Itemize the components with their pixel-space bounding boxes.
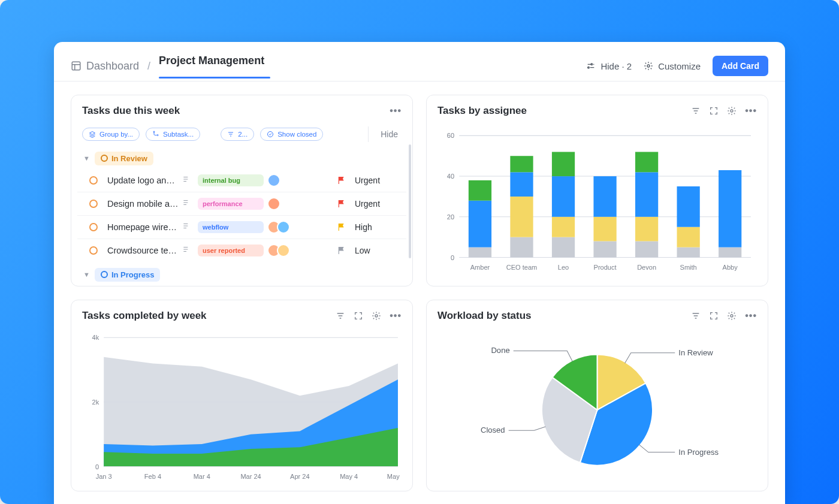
chip-show-closed[interactable]: Show closed: [260, 128, 323, 141]
card-title: Tasks by assignee: [437, 105, 527, 117]
gear-icon[interactable]: [727, 311, 737, 321]
expand-icon[interactable]: [709, 106, 719, 116]
avatar-stack: [267, 244, 294, 257]
scrollbar[interactable]: [409, 144, 411, 258]
svg-rect-22: [510, 172, 533, 197]
more-icon[interactable]: •••: [390, 105, 402, 116]
svg-rect-27: [552, 176, 575, 217]
priority-label: Low: [355, 246, 403, 255]
card-title: Tasks completed by week: [82, 310, 207, 322]
layers-icon: [89, 131, 96, 138]
svg-rect-28: [552, 152, 575, 176]
svg-rect-34: [635, 241, 658, 257]
svg-rect-35: [635, 217, 658, 242]
chip-subtasks[interactable]: Subtask...: [146, 128, 200, 141]
svg-rect-43: [719, 248, 741, 258]
hide-link[interactable]: Hide: [368, 126, 402, 142]
caret-down-icon[interactable]: ▼: [83, 271, 90, 278]
priority-label: Urgent: [355, 199, 403, 209]
task-row[interactable]: Update logo and ...internal bugUrgent: [77, 169, 406, 192]
task-name: Crowdsource tem...: [107, 246, 179, 255]
svg-text:Feb 4: Feb 4: [144, 473, 161, 480]
sliders-icon: [586, 61, 596, 71]
task-list: ▼ In Review Update logo and ...internal …: [71, 144, 412, 285]
task-row[interactable]: Crowdsource tem...user reportedLow: [77, 239, 406, 262]
gear-icon[interactable]: [372, 311, 381, 321]
svg-text:May 15: May 15: [387, 473, 402, 480]
gear-icon[interactable]: [727, 106, 737, 116]
tag-badge: internal bug: [198, 174, 264, 186]
status-circle-icon: [89, 200, 98, 208]
area-chart: 02k4kJan 3Feb 4Mar 4Mar 24Apr 24May 4May…: [82, 329, 402, 485]
avatar-stack: [267, 174, 294, 187]
chip-bar: Group by... Subtask... 2... Show closed …: [71, 122, 412, 144]
avatar-stack: [267, 197, 294, 210]
more-icon[interactable]: •••: [390, 310, 402, 321]
tag-icon: [182, 245, 194, 255]
svg-text:20: 20: [447, 213, 454, 221]
svg-point-61: [731, 315, 733, 317]
pie-label: Done: [491, 346, 509, 355]
group-in-review[interactable]: ▼ In Review: [77, 148, 406, 169]
svg-text:4k: 4k: [92, 334, 99, 341]
expand-icon[interactable]: [709, 311, 719, 321]
flag-icon: [337, 176, 346, 185]
flag-icon: [337, 222, 346, 232]
breadcrumb-current[interactable]: Project Management: [159, 55, 264, 78]
svg-point-5: [157, 134, 158, 135]
more-icon[interactable]: •••: [745, 105, 757, 116]
hide-button[interactable]: Hide · 2: [586, 61, 632, 71]
svg-text:2k: 2k: [92, 399, 99, 406]
task-name: Homepage wirefr...: [107, 222, 179, 232]
svg-point-46: [375, 315, 378, 317]
svg-text:Mar 4: Mar 4: [194, 473, 210, 480]
gear-icon: [644, 61, 653, 71]
filter-icon[interactable]: [691, 311, 701, 321]
pie-label: Closed: [481, 425, 505, 434]
tag-badge: webflow: [198, 221, 264, 233]
svg-rect-23: [510, 156, 533, 172]
status-circle-icon: [89, 223, 98, 231]
chip-label: Show closed: [277, 131, 316, 138]
filter-icon[interactable]: [336, 311, 345, 321]
tag-badge: user reported: [198, 245, 264, 256]
svg-point-1: [591, 64, 593, 65]
breadcrumb-sep: /: [147, 60, 150, 73]
svg-text:60: 60: [447, 132, 454, 139]
svg-rect-44: [719, 170, 741, 248]
filter-icon[interactable]: [691, 106, 701, 116]
avatar-stack: [267, 221, 294, 234]
svg-text:Amber: Amber: [470, 264, 490, 271]
svg-text:Smith: Smith: [680, 264, 697, 271]
task-name: Update logo and ...: [107, 176, 179, 185]
caret-down-icon[interactable]: ▼: [83, 155, 90, 162]
tag-badge: performance: [198, 198, 264, 210]
chip-filter-count[interactable]: 2...: [221, 128, 254, 141]
add-card-button[interactable]: Add Card: [713, 56, 768, 76]
card-tasks-by-assignee: Tasks by assignee ••• 0204060AmberCEO te…: [426, 95, 768, 286]
tag-icon: [182, 198, 194, 209]
status-circle-icon: [89, 246, 98, 255]
chip-group-by[interactable]: Group by...: [82, 128, 140, 141]
avatar: [267, 174, 280, 187]
svg-rect-40: [677, 227, 700, 248]
card-tasks-due: Tasks due this week ••• Group by... Subt…: [71, 95, 413, 286]
breadcrumb-root[interactable]: Dashboard: [71, 60, 139, 73]
card-title: Tasks due this week: [82, 105, 180, 117]
group-in-progress[interactable]: ▼ In Progress: [77, 264, 406, 285]
card-title: Workload by status: [437, 310, 532, 322]
customize-label: Customize: [658, 61, 701, 71]
priority-label: Urgent: [355, 176, 403, 185]
expand-icon[interactable]: [354, 311, 363, 321]
app-header: Dashboard / Project Management Hide · 2 …: [54, 42, 785, 82]
svg-text:Devon: Devon: [637, 264, 656, 271]
task-row[interactable]: Design mobile ap...performanceUrgent: [77, 192, 406, 215]
more-icon[interactable]: •••: [745, 310, 757, 321]
svg-rect-31: [593, 217, 616, 242]
task-row[interactable]: Homepage wirefr...webflowHigh: [77, 215, 406, 239]
svg-text:Product: Product: [594, 264, 617, 271]
customize-button[interactable]: Customize: [644, 61, 701, 71]
dashboard-icon: [71, 61, 82, 71]
check-circle-icon: [267, 131, 274, 138]
tag-icon: [182, 175, 194, 185]
